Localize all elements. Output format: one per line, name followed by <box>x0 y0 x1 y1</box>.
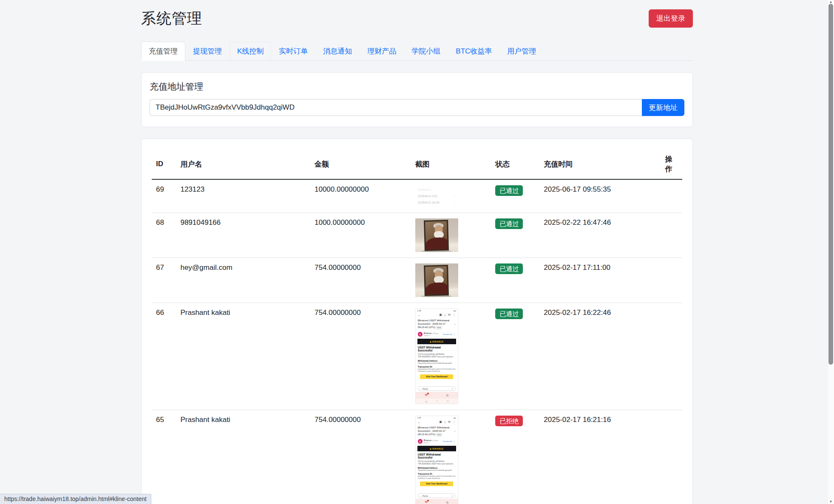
binance-logo: ◆ BINANCE <box>430 340 444 343</box>
cell-screenshot: 1:43▾▴▪ ← ▣ □ ✉ ⋮ [Binance] USDT Withdra… <box>411 303 491 410</box>
binance-logo: ◆ BINANCE <box>430 447 444 450</box>
back-icon: ← <box>418 421 421 424</box>
kebab-icon: ⋮ <box>453 420 456 424</box>
kebab-icon: ⋮ <box>453 187 456 193</box>
mail-icon: ✉ <box>448 420 451 424</box>
table-row: 68 9891049166 1000.00000000 已通过 2025-02-… <box>152 213 682 258</box>
tab-orders[interactable]: 实时订单 <box>271 42 315 61</box>
meet-icon: ◎ <box>446 394 448 397</box>
cell-id: 67 <box>152 258 176 303</box>
cell-amount: 1000.00000000 <box>310 213 411 258</box>
kebab-icon: ⋮ <box>453 199 456 206</box>
status-bar-link: https://trade.haiwaiym18.top/admin.html#… <box>0 494 151 504</box>
dashboard-button: Visit Your Dashboard <box>420 481 453 486</box>
star-icon: ☆ <box>454 430 456 433</box>
table-row: 65 Prashant kakati 754.00000000 1:43▾▴▪ … <box>152 410 682 504</box>
cell-username: Prashant kakati <box>176 410 310 504</box>
android-recents-icon: □ <box>447 400 448 402</box>
table-header-row: ID 用户名 金额 截图 状态 充值时间 操作 <box>152 148 682 179</box>
archive-icon: ▣ <box>439 420 442 424</box>
screenshot-thumbnail[interactable]: 2025/6/13⋮ 2025/6/13 9:51⋮ 2025/6/13 16:… <box>415 185 458 207</box>
kebab-icon: ⋮ <box>453 193 456 199</box>
cell-time: 2025-02-17 17:11:00 <box>539 258 661 303</box>
cell-screenshot: 2025/6/13⋮ 2025/6/13 9:51⋮ 2025/6/13 16:… <box>411 179 491 213</box>
screenshot-thumbnail[interactable] <box>415 218 458 252</box>
tab-btc-yield[interactable]: BTC收益率 <box>448 42 499 61</box>
cell-screenshot: 1:43▾▴▪ ← ▣ □ ✉ ⋮ [Binance] USDT Withdra… <box>411 410 491 504</box>
status-badge: 已通过 <box>495 185 523 196</box>
dashboard-button: Visit Your Dashboard <box>420 374 453 379</box>
col-header-username: 用户名 <box>176 148 310 179</box>
tab-recharge[interactable]: 充值管理 <box>141 42 185 61</box>
android-home-icon: ○ <box>436 400 438 402</box>
status-badge: 已通过 <box>495 218 523 229</box>
gmail-icon: ✉ <box>425 394 428 397</box>
cell-action <box>661 179 682 213</box>
cell-action <box>661 410 682 504</box>
table-row: 69 123123 10000.00000000 2025/6/13⋮ 2025… <box>152 179 682 213</box>
cell-amount: 754.00000000 <box>310 410 411 504</box>
cell-time: 2025-02-22 16:47:46 <box>539 213 661 258</box>
android-back-icon: ◁ <box>425 400 427 403</box>
cell-action <box>661 258 682 303</box>
cell-time: 2025-06-17 09:55:35 <box>539 179 661 213</box>
update-address-button[interactable]: 更新地址 <box>642 99 684 116</box>
scroll-up-icon[interactable]: ▲ <box>828 0 834 4</box>
cell-screenshot <box>411 213 491 258</box>
screenshot-thumbnail[interactable]: 1:43▾▴▪ ← ▣ □ ✉ ⋮ [Binance] USDT Withdra… <box>415 309 458 404</box>
page-title: 系统管理 <box>141 8 202 28</box>
cell-time: 2025-02-17 16:21:16 <box>539 410 661 504</box>
scroll-down-icon[interactable]: ▼ <box>828 500 834 504</box>
sender-avatar: B <box>418 332 423 337</box>
recharge-address-heading: 充值地址管理 <box>150 81 684 93</box>
status-badge: 已通过 <box>495 263 523 274</box>
cell-time: 2025-02-17 16:22:46 <box>539 303 661 410</box>
cell-username: hey@gmail.com <box>176 258 310 303</box>
cell-id: 66 <box>152 303 176 410</box>
cell-action <box>661 303 682 410</box>
logout-button[interactable]: 退出登录 <box>649 9 693 28</box>
tab-users[interactable]: 用户管理 <box>499 42 544 61</box>
gmail-icon: ✉ <box>425 501 428 504</box>
status-badge: 已拒绝 <box>495 416 523 426</box>
cell-screenshot <box>411 258 491 303</box>
table-row: 66 Prashant kakati 754.00000000 1:43▾▴▪ … <box>152 303 682 410</box>
recharge-address-card: 充值地址管理 更新地址 <box>141 72 693 127</box>
status-badge: 已通过 <box>495 309 523 319</box>
tab-products[interactable]: 理财产品 <box>360 42 404 61</box>
page-container: 系统管理 退出登录 充值管理 提现管理 K线控制 实时订单 消息通知 理财产品 … <box>141 0 693 504</box>
col-header-amount: 金额 <box>310 148 411 179</box>
col-header-screenshot: 截图 <box>411 148 491 179</box>
cell-username: 9891049166 <box>176 213 310 258</box>
vertical-scrollbar[interactable]: ▲ ▼ <box>827 0 834 504</box>
col-header-time: 充值时间 <box>539 148 661 179</box>
recharge-address-input[interactable] <box>150 99 642 116</box>
table-row: 67 hey@gmail.com 754.00000000 已通过 2025-0… <box>152 258 682 303</box>
cell-id: 69 <box>152 179 176 213</box>
col-header-action: 操作 <box>661 148 682 179</box>
sender-avatar: B <box>418 439 423 444</box>
back-icon: ← <box>418 314 421 317</box>
screenshot-thumbnail[interactable] <box>415 263 458 297</box>
cell-amount: 754.00000000 <box>310 303 411 410</box>
scrollbar-thumb[interactable] <box>828 4 833 365</box>
star-icon: ☆ <box>454 323 456 326</box>
cell-amount: 754.00000000 <box>310 258 411 303</box>
delete-icon: □ <box>444 421 446 424</box>
cell-action <box>661 213 682 258</box>
tab-kline[interactable]: K线控制 <box>230 42 271 61</box>
tab-academy[interactable]: 学院小组 <box>404 42 448 61</box>
tab-notifications[interactable]: 消息通知 <box>315 42 360 61</box>
cell-id: 68 <box>152 213 176 258</box>
col-header-status: 状态 <box>491 148 539 179</box>
screenshot-thumbnail[interactable]: 1:43▾▴▪ ← ▣ □ ✉ ⋮ [Binance] USDT Withdra… <box>415 416 458 504</box>
cell-username: Prashant kakati <box>176 303 310 410</box>
smile-icon: ☺ <box>451 388 454 390</box>
smile-icon: ☺ <box>451 495 454 497</box>
meet-icon: ◎ <box>446 501 448 504</box>
delete-icon: □ <box>444 314 446 317</box>
col-header-id: ID <box>152 148 176 179</box>
kebab-icon: ⋮ <box>453 313 456 317</box>
recharge-records-table: ID 用户名 金额 截图 状态 充值时间 操作 69 123123 10000.… <box>152 148 682 504</box>
tab-withdraw[interactable]: 提现管理 <box>185 42 230 61</box>
